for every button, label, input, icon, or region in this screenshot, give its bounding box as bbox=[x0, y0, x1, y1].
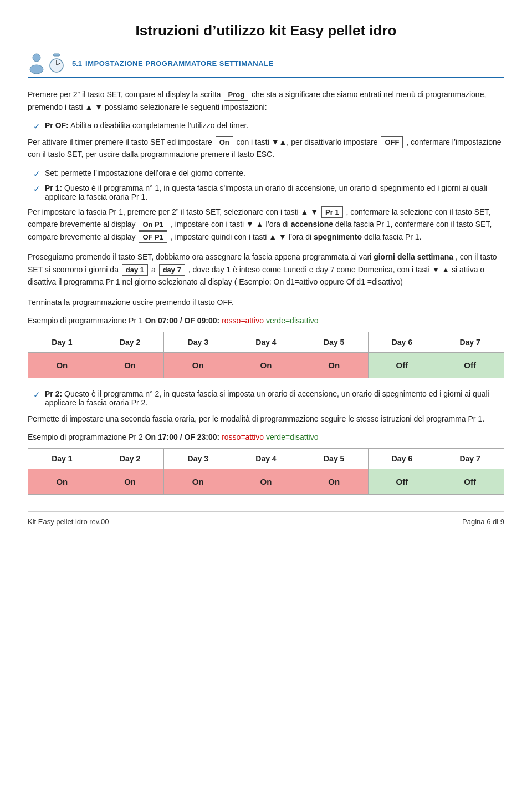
table-2-col-4: Day 4 bbox=[232, 449, 300, 469]
table-2-header-row: Day 1 Day 2 Day 3 Day 4 Day 5 Day 6 Day … bbox=[28, 449, 504, 469]
prog-box: Prog bbox=[224, 89, 248, 101]
onp1-box: On P1 bbox=[139, 219, 167, 231]
p3-bold1: accensione bbox=[291, 220, 333, 229]
paragraph-2: Per attivare il timer premere il tasto S… bbox=[28, 136, 504, 161]
example-1-line: Esempio di programmazione Pr 1 On 07:00 … bbox=[28, 316, 504, 325]
svg-point-1 bbox=[30, 65, 43, 74]
page-title: Istruzioni d’utilizzo kit Easy pellet id… bbox=[28, 22, 504, 39]
example1-pre: Esempio di programmazione Pr 1 bbox=[28, 316, 143, 325]
checkmark-icon-2: ✓ bbox=[33, 169, 40, 179]
section-title-text: IMPOSTAZIONE PROGRAMMATORE SETTIMANALE bbox=[85, 59, 274, 68]
p4-mid: a bbox=[151, 265, 156, 274]
p5-text: Terminata la programmazione uscire preme… bbox=[28, 296, 504, 308]
table-2-day4-cell: On bbox=[232, 469, 300, 495]
table-2-col-1: Day 1 bbox=[28, 449, 96, 469]
day1-box: day 1 bbox=[122, 264, 148, 276]
check2-text: Set: permette l’impostazione dell’ora e … bbox=[45, 169, 245, 177]
table-1-col-6: Day 6 bbox=[368, 332, 436, 352]
p3-bold2: spegnimento bbox=[314, 232, 362, 241]
check3-text: Questo è il programma n° 1, in questa fa… bbox=[45, 184, 487, 201]
table-1-col-7: Day 7 bbox=[436, 332, 504, 352]
example-2-line: Esempio di programmazione Pr 2 On 17:00 … bbox=[28, 433, 504, 441]
table-1-day7-cell: Off bbox=[436, 352, 504, 378]
check-item-4: ✓ Pr 2: Questo è il programma n° 2, in q… bbox=[28, 389, 504, 407]
table-2-day3-cell: On bbox=[164, 469, 232, 495]
table-1: Day 1 Day 2 Day 3 Day 4 Day 5 Day 6 Day … bbox=[28, 332, 504, 378]
table-1-col-3: Day 3 bbox=[164, 332, 232, 352]
paragraph-5: Terminata la programmazione uscire preme… bbox=[28, 296, 504, 308]
example2-mid: On 17:00 / OF 23:00: bbox=[145, 433, 220, 441]
table-2-data-row: On On On On On Off Off bbox=[28, 469, 504, 495]
paragraph-3: Per impostare la fascia Pr 1, premere pe… bbox=[28, 206, 504, 243]
table-2-col-6: Day 6 bbox=[368, 449, 436, 469]
paragraph-1: Premere per 2” il tasto SET, compare al … bbox=[28, 88, 504, 113]
paragraph-4: Proseguiamo premendo il tasto SET, dobbi… bbox=[28, 251, 504, 288]
off-box: OFF bbox=[381, 136, 403, 149]
check4-content: Pr 2: Questo è il programma n° 2, in que… bbox=[45, 389, 504, 407]
table-1-day6-cell: Off bbox=[368, 352, 436, 378]
section-header: 5.1 IMPOSTAZIONE PROGRAMMATORE SETTIMANA… bbox=[28, 53, 504, 78]
table-1-day4-cell: On bbox=[232, 352, 300, 378]
page-footer: Kit Easy pellet idro rev.00 Pagina 6 di … bbox=[28, 511, 504, 526]
table-1-day5-cell: On bbox=[300, 352, 368, 378]
svg-rect-2 bbox=[53, 54, 60, 56]
example1-red: rosso=attivo bbox=[222, 316, 264, 325]
table-2-day5-cell: On bbox=[300, 469, 368, 495]
table-1-day1-cell: On bbox=[28, 352, 96, 378]
example2-green: verde=disattivo bbox=[266, 433, 319, 441]
example1-green: verde=disattivo bbox=[266, 316, 319, 325]
p3-cont: , impostare con i tasti ▼ ▲ l’ora di bbox=[171, 220, 289, 229]
table-1-col-5: Day 5 bbox=[300, 332, 368, 352]
example2-red: rosso=attivo bbox=[222, 433, 264, 441]
p2-mid: con i tasti ▼▲, per disattivarlo imposta… bbox=[237, 138, 378, 146]
svg-point-0 bbox=[33, 54, 40, 62]
table-2-col-7: Day 7 bbox=[436, 449, 504, 469]
check4-label: Pr 2: bbox=[45, 389, 62, 398]
table-2-col-5: Day 5 bbox=[300, 449, 368, 469]
table-2: Day 1 Day 2 Day 3 Day 4 Day 5 Day 6 Day … bbox=[28, 448, 504, 495]
person-icon bbox=[28, 53, 45, 74]
timer-icon bbox=[49, 53, 64, 73]
table-2-day7-cell: Off bbox=[436, 469, 504, 495]
footer-left: Kit Easy pellet idro rev.00 bbox=[28, 517, 109, 526]
table-2-day2-cell: On bbox=[96, 469, 164, 495]
table-1-col-1: Day 1 bbox=[28, 332, 96, 352]
p3-cont3: , impostare quindi con i tasti ▲ ▼ l’ora… bbox=[171, 232, 311, 241]
paragraph-6: Permette di impostare una seconda fascia… bbox=[28, 413, 504, 425]
p3-text: Per impostare la fascia Pr 1, premere pe… bbox=[28, 207, 318, 216]
check-item-3: ✓ Pr 1: Questo è il programma n° 1, in q… bbox=[28, 184, 504, 201]
table-2-col-3: Day 3 bbox=[164, 449, 232, 469]
check4-text: Questo è il programma n° 2, in questa fa… bbox=[45, 389, 489, 407]
day7-box: day 7 bbox=[159, 264, 185, 276]
table-2-day6-cell: Off bbox=[368, 469, 436, 495]
table-1-day3-cell: On bbox=[164, 352, 232, 378]
p6-text: Permette di impostare una seconda fascia… bbox=[28, 413, 504, 425]
header-icons bbox=[28, 53, 64, 74]
table-1-col-2: Day 2 bbox=[96, 332, 164, 352]
pr1-box: Pr 1 bbox=[321, 206, 343, 219]
p3-cont4: della fascia Pr 1. bbox=[364, 232, 422, 241]
checkmark-icon-4: ✓ bbox=[33, 390, 40, 400]
ofp1-box: OF P1 bbox=[139, 231, 167, 243]
example1-mid: On 07:00 / OF 09:00: bbox=[145, 316, 220, 325]
table-2-day1-cell: On bbox=[28, 469, 96, 495]
footer-right: Pagina 6 di 9 bbox=[462, 517, 504, 526]
table-1-day2-cell: On bbox=[96, 352, 164, 378]
p4-bold1: giorni della settimana bbox=[374, 252, 453, 261]
check3-content: Pr 1: Questo è il programma n° 1, in que… bbox=[45, 184, 504, 201]
table-2-col-2: Day 2 bbox=[96, 449, 164, 469]
section-number: 5.1 bbox=[72, 59, 82, 68]
table-1-header-row: Day 1 Day 2 Day 3 Day 4 Day 5 Day 6 Day … bbox=[28, 332, 504, 352]
table-1-col-4: Day 4 bbox=[232, 332, 300, 352]
table-1-data-row: On On On On On Off Off bbox=[28, 352, 504, 378]
checkmark-icon-3: ✓ bbox=[33, 184, 40, 194]
check1-content: Pr OF: Abilita o disabilita completament… bbox=[45, 121, 248, 130]
check3-label: Pr 1: bbox=[45, 184, 62, 192]
check1-text: Abilita o disabilita completamente l’uti… bbox=[70, 121, 248, 130]
p2-pre: Per attivare il timer premere il tasto S… bbox=[28, 138, 212, 146]
check-item-2: ✓ Set: permette l’impostazione dell’ora … bbox=[28, 169, 504, 179]
on-box: On bbox=[216, 136, 233, 149]
p4-text: Proseguiamo premendo il tasto SET, dobbi… bbox=[28, 252, 371, 261]
p1-text: Premere per 2” il tasto SET, compare al … bbox=[28, 90, 221, 99]
check-item-1: ✓ Pr OF: Abilita o disabilita completame… bbox=[28, 121, 504, 131]
